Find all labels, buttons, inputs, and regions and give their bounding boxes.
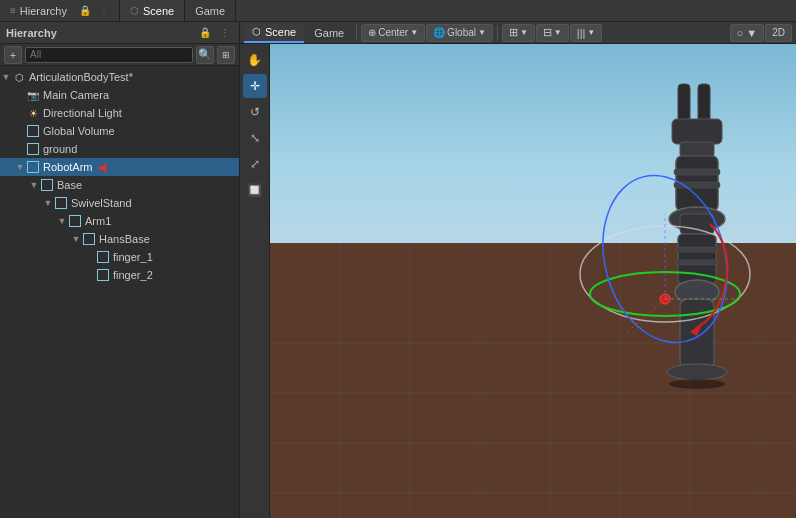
hierarchy-toolbar: + 🔍 ⊞ <box>0 44 239 66</box>
tree-item-ground[interactable]: ground <box>0 140 239 158</box>
center-label: Center <box>378 27 408 38</box>
tree-item-finger1[interactable]: finger_1 <box>0 248 239 266</box>
tree-label-maincamera: Main Camera <box>43 89 109 101</box>
tree-arrow-base <box>28 180 40 190</box>
tree-arrow-robotarm <box>14 162 26 172</box>
hand-tool-btn[interactable]: ✋ <box>243 48 267 72</box>
tree-item-arm1[interactable]: Arm1 <box>0 212 239 230</box>
tree-item-globalvolume[interactable]: Global Volume <box>0 122 239 140</box>
scene-top-tab-label: Scene <box>143 5 174 17</box>
camera-icon-maincamera: 📷 <box>26 88 40 102</box>
tree-item-swivelstand[interactable]: SwivelStand <box>0 194 239 212</box>
hierarchy-panel: Hierarchy 🔒 ⋮ + 🔍 ⊞ ⬡ ArticulationBodyTe… <box>0 22 240 518</box>
svg-rect-13 <box>698 84 710 124</box>
tree-label-robotarm: RobotArm <box>43 161 93 173</box>
toolbar-group-center: ⊕ Center ▼ 🌐 Global ▼ <box>361 24 493 42</box>
2d-btn[interactable]: 2D <box>765 24 792 42</box>
lock-icon: 🔒 <box>79 5 91 16</box>
move-tool-btn[interactable]: ✛ <box>243 74 267 98</box>
rotate-tool-btn[interactable]: ↺ <box>243 100 267 124</box>
toolbar-group-view: ⊞▼ ⊟▼ ||| ▼ <box>502 24 602 42</box>
hierarchy-view-btn[interactable]: ⊞ <box>217 46 235 64</box>
cube-icon-finger1 <box>96 250 110 264</box>
tree-item-base[interactable]: Base <box>0 176 239 194</box>
scene-content: ✋ ✛ ↺ ⤡ ⤢ 🔲 <box>240 44 796 518</box>
center-btn[interactable]: ⊕ Center ▼ <box>361 24 425 42</box>
hierarchy-icon: ≡ <box>10 5 16 16</box>
tree-label-directionallight: Directional Light <box>43 107 122 119</box>
2d-label: 2D <box>772 27 785 38</box>
hierarchy-header: Hierarchy 🔒 ⋮ <box>0 22 239 44</box>
tree-label-finger2: finger_2 <box>113 269 153 281</box>
svg-rect-15 <box>680 142 714 157</box>
tree-label-globalvolume: Global Volume <box>43 125 115 137</box>
cube-icon-base <box>40 178 54 192</box>
global-icon: 🌐 <box>433 27 445 38</box>
toolbar-divider-2 <box>497 25 498 41</box>
svg-point-26 <box>667 364 727 380</box>
hierarchy-tab-label: Hierarchy <box>20 5 67 17</box>
scale-tool-btn[interactable]: ⤡ <box>243 126 267 150</box>
scene-tab[interactable]: ⬡ Scene <box>244 22 304 43</box>
hierarchy-tab[interactable]: ≡ Hierarchy 🔒 ⋮ <box>0 0 120 21</box>
scene-viewport[interactable] <box>270 44 796 518</box>
center-icon: ⊕ <box>368 27 376 38</box>
gizmos-btn[interactable]: ||| ▼ <box>570 24 603 42</box>
overlay-btn[interactable]: ⊟▼ <box>536 24 569 42</box>
hierarchy-search-btn[interactable]: 🔍 <box>196 46 214 64</box>
hierarchy-title: Hierarchy <box>6 27 193 39</box>
game-tab[interactable]: Game <box>306 22 352 43</box>
svg-rect-12 <box>678 84 690 124</box>
game-top-tab[interactable]: Game <box>185 0 236 21</box>
toolbar-group-right: ○ ▼ 2D <box>730 24 792 42</box>
tree-item-maincamera[interactable]: 📷 Main Camera <box>0 86 239 104</box>
scene-tools: ✋ ✛ ↺ ⤡ ⤢ 🔲 <box>240 44 270 518</box>
hierarchy-lock-btn[interactable]: 🔒 <box>197 25 213 41</box>
menu-dots-icon: ⋮ <box>99 5 109 16</box>
right-panel: ⬡ Scene Game ⊕ Center ▼ 🌐 Global ▼ <box>240 22 796 518</box>
tree-arrow-swivelstand <box>42 198 54 208</box>
grid-btn[interactable]: ⊞▼ <box>502 24 535 42</box>
rect-tool-btn[interactable]: ⤢ <box>243 152 267 176</box>
tree-label-hansbase: HansBase <box>99 233 150 245</box>
tree-item-robotarm[interactable]: RobotArm ➤ <box>0 158 239 176</box>
center-dropdown-arrow: ▼ <box>410 28 418 37</box>
hierarchy-search-input[interactable] <box>25 47 193 63</box>
game-tab-label: Game <box>314 27 344 39</box>
tree-item-finger2[interactable]: finger_2 <box>0 266 239 284</box>
tree-label-arm1: Arm1 <box>85 215 111 227</box>
cube-icon-globalvolume <box>26 124 40 138</box>
light-icon-directionallight: ☀ <box>26 106 40 120</box>
svg-point-27 <box>669 379 725 389</box>
game-top-tab-label: Game <box>195 5 225 17</box>
selection-arrow-icon: ➤ <box>97 158 110 177</box>
tree-item-articulationbodytest[interactable]: ⬡ ArticulationBodyTest* <box>0 68 239 86</box>
global-btn[interactable]: 🌐 Global ▼ <box>426 24 493 42</box>
cube-icon-ground <box>26 142 40 156</box>
hierarchy-tree: ⬡ ArticulationBodyTest* 📷 Main Camera ☀ … <box>0 66 239 518</box>
global-label: Global <box>447 27 476 38</box>
top-bar: ≡ Hierarchy 🔒 ⋮ ⬡ Scene Game <box>0 0 796 22</box>
layers-btn[interactable]: ○ ▼ <box>730 24 765 42</box>
tree-label-ground: ground <box>43 143 77 155</box>
cube-icon-finger2 <box>96 268 110 282</box>
scene-tab-label: Scene <box>265 26 296 38</box>
tree-arrow-arm1 <box>56 216 68 226</box>
cube-icon-arm1 <box>68 214 82 228</box>
transform-gizmo-svg <box>565 164 765 364</box>
hierarchy-menu-btn[interactable]: ⋮ <box>217 25 233 41</box>
hierarchy-add-btn[interactable]: + <box>4 46 22 64</box>
scene-toolbar: ⬡ Scene Game ⊕ Center ▼ 🌐 Global ▼ <box>240 22 796 44</box>
tree-label-swivelstand: SwivelStand <box>71 197 132 209</box>
global-dropdown-arrow: ▼ <box>478 28 486 37</box>
tree-arrow-articulationbodytest <box>0 72 12 82</box>
main-layout: Hierarchy 🔒 ⋮ + 🔍 ⊞ ⬡ ArticulationBodyTe… <box>0 22 796 518</box>
tree-item-directionallight[interactable]: ☀ Directional Light <box>0 104 239 122</box>
tree-label-articulationbodytest: ArticulationBodyTest* <box>29 71 133 83</box>
cube-icon-robotarm <box>26 160 40 174</box>
scene-top-tab[interactable]: ⬡ Scene <box>120 0 185 21</box>
tree-item-hansbase[interactable]: HansBase <box>0 230 239 248</box>
transform-tool-btn[interactable]: 🔲 <box>243 178 267 202</box>
scene-icon-articulationbodytest: ⬡ <box>12 70 26 84</box>
scene-tab-icon: ⬡ <box>252 26 261 37</box>
